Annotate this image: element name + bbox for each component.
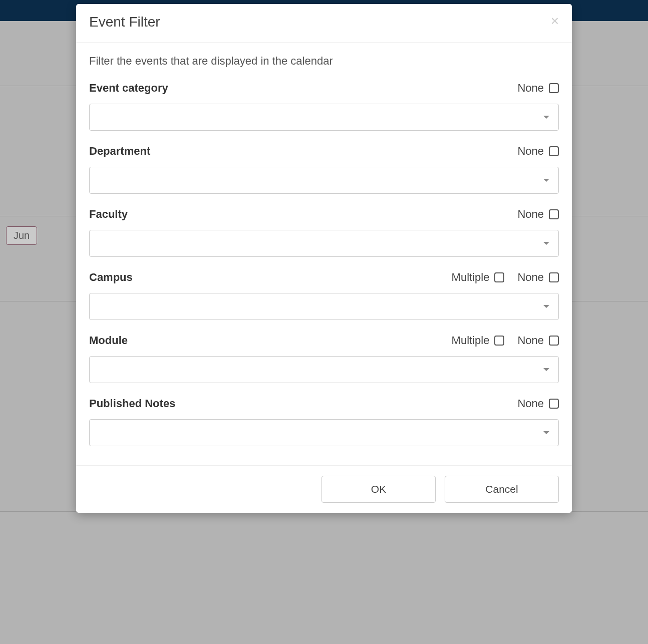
- filter-group: FacultyNone: [89, 208, 559, 257]
- chevron-down-icon: [543, 305, 549, 308]
- modal-body: Filter the events that are displayed in …: [76, 43, 572, 465]
- filter-label: Module: [89, 334, 128, 347]
- filter-label: Published Notes: [89, 397, 175, 410]
- none-label: None: [517, 397, 544, 410]
- filter-label-row: ModuleMultipleNone: [89, 334, 559, 347]
- multiple-label: Multiple: [452, 271, 490, 284]
- modal-overlay: Event Filter × Filter the events that ar…: [0, 0, 648, 644]
- filter-label: Faculty: [89, 208, 128, 221]
- none-option: None: [517, 82, 559, 95]
- none-label: None: [517, 271, 544, 284]
- chevron-down-icon: [543, 179, 549, 182]
- none-option: None: [517, 145, 559, 158]
- filter-group: ModuleMultipleNone: [89, 334, 559, 383]
- multiple-option: Multiple: [452, 271, 505, 284]
- modal-footer: OK Cancel: [76, 465, 572, 513]
- filter-select[interactable]: [89, 293, 559, 320]
- filter-options: None: [517, 145, 559, 158]
- multiple-checkbox[interactable]: [494, 272, 504, 282]
- none-option: None: [517, 208, 559, 221]
- cancel-button[interactable]: Cancel: [445, 476, 559, 503]
- modal-title: Event Filter: [89, 14, 160, 30]
- filter-group: Event categoryNone: [89, 82, 559, 131]
- multiple-label: Multiple: [452, 334, 490, 347]
- filter-select[interactable]: [89, 356, 559, 383]
- filter-select[interactable]: [89, 167, 559, 194]
- none-checkbox[interactable]: [549, 146, 559, 156]
- filter-label: Department: [89, 145, 150, 158]
- filter-select[interactable]: [89, 419, 559, 446]
- filter-group: CampusMultipleNone: [89, 271, 559, 320]
- filter-options: None: [517, 208, 559, 221]
- chevron-down-icon: [543, 431, 549, 434]
- none-option: None: [517, 397, 559, 410]
- filter-group: Published NotesNone: [89, 397, 559, 446]
- none-label: None: [517, 334, 544, 347]
- filter-options: None: [517, 82, 559, 95]
- none-label: None: [517, 82, 544, 95]
- filter-label-row: FacultyNone: [89, 208, 559, 221]
- close-icon[interactable]: ×: [551, 14, 559, 28]
- filter-select[interactable]: [89, 104, 559, 131]
- none-option: None: [517, 271, 559, 284]
- filter-options: MultipleNone: [452, 334, 559, 347]
- none-checkbox[interactable]: [549, 209, 559, 219]
- filter-options: MultipleNone: [452, 271, 559, 284]
- chevron-down-icon: [543, 116, 549, 119]
- none-label: None: [517, 208, 544, 221]
- none-checkbox[interactable]: [549, 272, 559, 282]
- none-label: None: [517, 145, 544, 158]
- filter-label: Event category: [89, 82, 168, 95]
- filter-label-row: DepartmentNone: [89, 145, 559, 158]
- filter-label-row: Published NotesNone: [89, 397, 559, 410]
- chevron-down-icon: [543, 368, 549, 371]
- event-filter-modal: Event Filter × Filter the events that ar…: [76, 4, 572, 513]
- none-checkbox[interactable]: [549, 83, 559, 93]
- filter-label-row: Event categoryNone: [89, 82, 559, 95]
- none-checkbox[interactable]: [549, 399, 559, 409]
- chevron-down-icon: [543, 242, 549, 245]
- filter-group: DepartmentNone: [89, 145, 559, 194]
- modal-description: Filter the events that are displayed in …: [89, 55, 559, 68]
- ok-button[interactable]: OK: [321, 476, 436, 503]
- none-option: None: [517, 334, 559, 347]
- filter-label-row: CampusMultipleNone: [89, 271, 559, 284]
- filter-select[interactable]: [89, 230, 559, 257]
- modal-header: Event Filter ×: [76, 4, 572, 43]
- multiple-checkbox[interactable]: [494, 336, 504, 346]
- none-checkbox[interactable]: [549, 336, 559, 346]
- filter-options: None: [517, 397, 559, 410]
- multiple-option: Multiple: [452, 334, 505, 347]
- filter-label: Campus: [89, 271, 133, 284]
